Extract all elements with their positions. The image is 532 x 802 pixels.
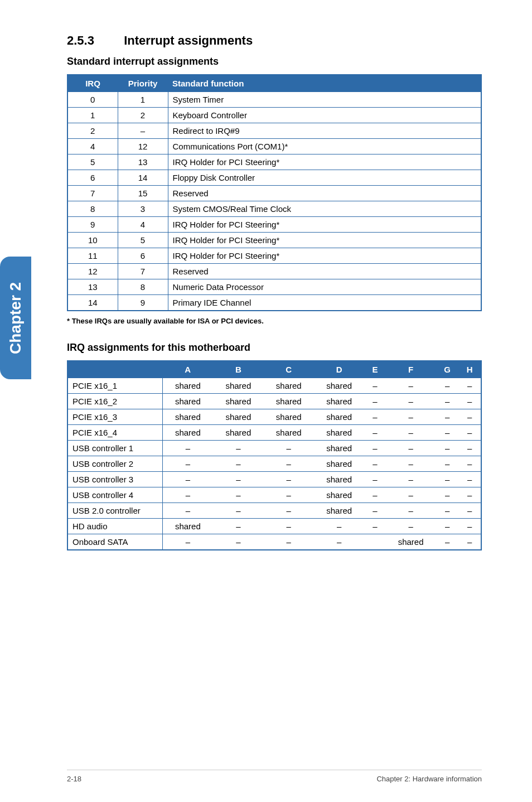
- table-cell: –: [213, 456, 263, 472]
- table-cell: –: [314, 534, 364, 550]
- table-cell: –: [458, 472, 481, 487]
- table-cell: –: [162, 441, 213, 456]
- table-row: PCIE x16_4sharedsharedsharedshared––––: [67, 425, 481, 441]
- table-cell: 11: [67, 248, 118, 264]
- table-cell: –: [364, 441, 385, 456]
- table-cell: –: [458, 534, 481, 550]
- table-cell: –: [385, 472, 436, 487]
- row-label: Onboard SATA: [67, 534, 162, 550]
- row-label: PCIE x16_4: [67, 425, 162, 441]
- table-cell: –: [385, 487, 436, 503]
- table-cell: –: [264, 534, 314, 550]
- table-cell: 12: [118, 139, 168, 154]
- table-row: 614Floppy Disk Controller: [67, 170, 481, 186]
- table-cell: shared: [314, 394, 364, 409]
- table-cell: 10: [67, 233, 118, 248]
- table-cell: –: [458, 394, 481, 409]
- table-cell: Primary IDE Channel: [168, 295, 481, 311]
- page-footer: 2-18 Chapter 2: Hardware information: [67, 770, 482, 783]
- row-label: HD audio: [67, 519, 162, 534]
- table-row: PCIE x16_3sharedsharedsharedshared––––: [67, 409, 481, 425]
- table-row: HD audioshared–––––––: [67, 519, 481, 534]
- table-row: 138Numeric Data Processor: [67, 279, 481, 295]
- row-label: PCIE x16_1: [67, 378, 162, 394]
- table-cell: shared: [162, 378, 213, 394]
- table-cell: shared: [314, 456, 364, 472]
- table-cell: shared: [162, 394, 213, 409]
- table-cell: –: [458, 425, 481, 441]
- col-function: Standard function: [168, 75, 481, 92]
- table-cell: 7: [67, 186, 118, 201]
- row-label: PCIE x16_3: [67, 409, 162, 425]
- table-cell: Reserved: [168, 186, 481, 201]
- table-cell: 14: [118, 170, 168, 186]
- table-cell: [364, 534, 385, 550]
- table-cell: shared: [162, 519, 213, 534]
- table-cell: –: [458, 409, 481, 425]
- table-row: USB controller 1–––shared––––: [67, 441, 481, 456]
- table-cell: Numeric Data Processor: [168, 279, 481, 295]
- col-irq: IRQ: [67, 75, 118, 92]
- table-cell: 6: [118, 248, 168, 264]
- table-cell: –: [213, 487, 263, 503]
- row-label: USB controller 3: [67, 472, 162, 487]
- table-cell: –: [385, 378, 436, 394]
- table-cell: –: [364, 425, 385, 441]
- table-cell: –: [436, 425, 458, 441]
- table-row: PCIE x16_2sharedsharedsharedshared––––: [67, 394, 481, 409]
- table-cell: –: [364, 378, 385, 394]
- table-cell: shared: [314, 441, 364, 456]
- table-row: 105IRQ Holder for PCI Steering*: [67, 233, 481, 248]
- col-d: D: [314, 361, 364, 378]
- chapter-side-tab-label: Chapter 2: [7, 282, 25, 354]
- table-cell: –: [436, 472, 458, 487]
- table-cell: Floppy Disk Controller: [168, 170, 481, 186]
- table-row: 513IRQ Holder for PCI Steering*: [67, 154, 481, 170]
- table-cell: 5: [67, 154, 118, 170]
- table-cell: shared: [314, 487, 364, 503]
- table-cell: –: [213, 472, 263, 487]
- row-label: USB controller 2: [67, 456, 162, 472]
- table-cell: –: [436, 519, 458, 534]
- standard-interrupt-table: IRQ Priority Standard function 01System …: [67, 74, 482, 311]
- table1-footnote: * These IRQs are usually available for I…: [67, 317, 482, 325]
- table-cell: –: [385, 503, 436, 519]
- table-cell: 8: [118, 279, 168, 295]
- table-row: Onboard SATA––––shared––: [67, 534, 481, 550]
- col-h: H: [458, 361, 481, 378]
- table-cell: –: [118, 123, 168, 139]
- table-cell: System CMOS/Real Time Clock: [168, 201, 481, 217]
- table-row: 116IRQ Holder for PCI Steering*: [67, 248, 481, 264]
- section-heading: 2.5.3 Interrupt assignments: [67, 33, 482, 48]
- col-c: C: [264, 361, 314, 378]
- table-cell: –: [458, 378, 481, 394]
- table-cell: 1: [118, 92, 168, 108]
- chapter-side-tab: Chapter 2: [0, 257, 31, 379]
- table-cell: –: [364, 503, 385, 519]
- col-priority: Priority: [118, 75, 168, 92]
- table-cell: IRQ Holder for PCI Steering*: [168, 233, 481, 248]
- table-cell: –: [364, 519, 385, 534]
- table1-heading: Standard interrupt assignments: [67, 56, 482, 67]
- table-cell: Communications Port (COM1)*: [168, 139, 481, 154]
- table-cell: –: [264, 519, 314, 534]
- table-cell: –: [364, 409, 385, 425]
- table-cell: –: [385, 425, 436, 441]
- table-cell: shared: [314, 472, 364, 487]
- section-number: 2.5.3: [67, 33, 120, 48]
- table-cell: shared: [162, 409, 213, 425]
- table-cell: –: [458, 441, 481, 456]
- table-row: USB controller 4–––shared––––: [67, 487, 481, 503]
- page-content: 2.5.3 Interrupt assignments Standard int…: [0, 0, 532, 573]
- table-cell: 1: [67, 108, 118, 123]
- section-title: Interrupt assignments: [124, 33, 253, 47]
- row-label: USB controller 4: [67, 487, 162, 503]
- table-row: 149Primary IDE Channel: [67, 295, 481, 311]
- table-row: 715Reserved: [67, 186, 481, 201]
- col-b: B: [213, 361, 263, 378]
- row-label: PCIE x16_2: [67, 394, 162, 409]
- table-cell: 0: [67, 92, 118, 108]
- col-a: A: [162, 361, 213, 378]
- table-cell: –: [385, 456, 436, 472]
- table-row: 83System CMOS/Real Time Clock: [67, 201, 481, 217]
